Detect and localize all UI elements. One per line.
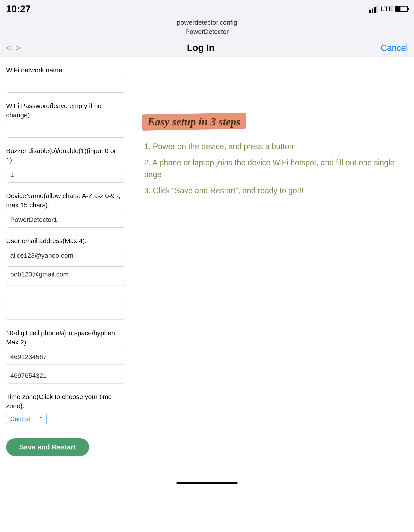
back-button[interactable]: < — [6, 43, 11, 53]
nav-arrows: < > — [6, 43, 21, 53]
device-name-input[interactable] — [6, 212, 125, 228]
status-bar: 10:27 LTE — [0, 0, 414, 16]
email-input-4[interactable] — [6, 304, 125, 320]
email-group: User email address(Max 4): — [6, 236, 125, 320]
url-bar: powerdetector.config PowerDetector — [177, 18, 237, 36]
wifi-name-group: WiFi network name: — [6, 66, 125, 93]
save-restart-button[interactable]: Save and Restart — [6, 438, 89, 456]
nav-bar: < > Log In Cancel — [0, 39, 414, 57]
buzzer-label: Buzzer disable(0)/enable(1)(input 0 or 1… — [6, 146, 125, 165]
buzzer-input[interactable] — [6, 167, 125, 183]
buzzer-group: Buzzer disable(0)/enable(1)(input 0 or 1… — [6, 146, 125, 183]
email-label: User email address(Max 4): — [6, 236, 125, 246]
browser-chrome: powerdetector.config PowerDetector — [0, 16, 414, 39]
device-name-label: DeviceName(allow chars: A-Z a-z 0-9 -; m… — [6, 191, 125, 210]
phone-input-2[interactable] — [6, 368, 125, 383]
wifi-name-label: WiFi network name: — [6, 66, 125, 75]
forward-button[interactable]: > — [16, 43, 20, 53]
setup-steps: 1. Power on the device, and press a butt… — [144, 141, 401, 197]
phone-input-1[interactable] — [6, 349, 125, 365]
timezone-group: Time zone(Click to choose your time zone… — [6, 392, 125, 425]
timezone-label: Time zone(Click to choose your time zone… — [6, 392, 125, 411]
signal-icon — [369, 5, 378, 13]
lte-label: LTE — [380, 5, 393, 13]
wifi-password-group: WiFi Password(leave empty if no change): — [6, 101, 125, 138]
cancel-button[interactable]: Cancel — [381, 43, 408, 53]
email-input-3[interactable] — [6, 285, 125, 301]
device-name-group: DeviceName(allow chars: A-Z a-z 0-9 -; m… — [6, 191, 125, 228]
wifi-name-input[interactable] — [6, 77, 125, 93]
setup-title-wrapper: Easy setup in 3 steps — [144, 114, 244, 130]
setup-step-3: 3. Click “Save and Restart”, and ready t… — [144, 185, 401, 197]
timezone-select[interactable]: Eastern Central Mountain Pacific Alaska … — [6, 413, 47, 425]
setup-title: Easy setup in 3 steps — [144, 114, 244, 130]
home-indicator — [0, 478, 414, 488]
email-inputs — [6, 248, 125, 320]
main-layout: WiFi network name: WiFi Password(leave e… — [0, 57, 414, 474]
wifi-password-label: WiFi Password(leave empty if no change): — [6, 101, 125, 120]
status-icons: LTE — [369, 5, 408, 13]
setup-step-1: 1. Power on the device, and press a butt… — [144, 141, 401, 152]
setup-step-2: 2. A phone or laptop joins the device Wi… — [144, 157, 401, 180]
nav-title: Log In — [187, 43, 214, 53]
phone-label: 10-digit cell phone#(no space/hyphen, Ma… — [6, 328, 125, 347]
email-input-2[interactable] — [6, 266, 125, 282]
form-section: WiFi network name: WiFi Password(leave e… — [0, 61, 131, 469]
battery-icon — [395, 6, 408, 12]
phone-inputs — [6, 349, 125, 383]
setup-panel: Easy setup in 3 steps 1. Power on the de… — [131, 105, 414, 469]
timezone-select-wrapper: Eastern Central Mountain Pacific Alaska … — [6, 413, 47, 425]
status-time: 10:27 — [6, 3, 31, 14]
phone-group: 10-digit cell phone#(no space/hyphen, Ma… — [6, 328, 125, 383]
email-input-1[interactable] — [6, 248, 125, 263]
home-bar — [176, 482, 238, 484]
wifi-password-input[interactable] — [6, 122, 125, 138]
